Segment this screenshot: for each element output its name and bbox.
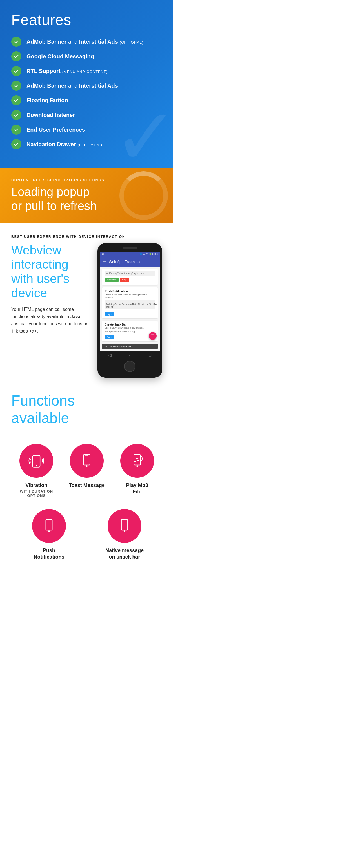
phone-toolbar-title: Web App Essentials	[109, 259, 141, 264]
feature-item-admob: AdMob Banner and Interstitial Ads	[11, 81, 162, 91]
feature-text: Download listener	[27, 111, 75, 119]
check-icon	[11, 139, 22, 149]
webview-text-column: Webviewinteractingwith user'sdevice Your…	[11, 243, 91, 335]
check-icon	[11, 66, 22, 76]
features-section: Features AdMob Banner and Interstitial A…	[0, 0, 174, 168]
phone-card-sound: — WebAppInterface.playSound(); Play star…	[102, 269, 158, 285]
check-icon	[11, 81, 22, 91]
loading-title: Loading popupor pull to refresh	[11, 185, 162, 213]
phone-status-left: ✉	[102, 253, 104, 256]
phone-card-push: Push Notification Create a new notificat…	[102, 287, 158, 318]
function-item-mp3: Play Mp3File	[112, 438, 162, 503]
phone-speaker	[123, 247, 137, 249]
mp3-icon-circle	[120, 444, 154, 478]
function-item-native: Native messageon snack bar	[87, 503, 162, 566]
function-item-vibration: Vibration WITH DURATIONOPTIONS	[11, 438, 62, 503]
mp3-label: Play Mp3File	[126, 482, 148, 495]
svg-point-3	[86, 465, 87, 466]
phone-fab[interactable]: ☰	[149, 332, 157, 340]
toast-icon-circle	[70, 444, 104, 478]
vibration-icon-circle	[20, 444, 53, 478]
nav-recent-icon[interactable]: □	[149, 353, 151, 358]
try-it-button-1[interactable]: Try it	[105, 312, 114, 316]
toast-label: Toast Message	[69, 482, 105, 489]
native-label: Native messageon snack bar	[105, 547, 144, 561]
feature-item-gcm: Google Cloud Messaging	[11, 51, 162, 61]
webview-section: BEST USER EXPERIENCE WITH DEVICE INTERAC…	[0, 223, 174, 389]
function-item-push: PushNotifications	[11, 503, 87, 566]
webview-title: Webviewinteractingwith user'sdevice	[11, 243, 91, 300]
phone-status-bar: ✉ 🔵 ▲ ▼ 🔋 20:33	[100, 252, 160, 257]
phone-snackbar: Your message on Snak Bar	[102, 344, 158, 349]
nav-home-icon[interactable]: ○	[129, 353, 131, 358]
loading-section: CONTENT REFRESHING OPTIONS SETTINGS Load…	[0, 168, 174, 223]
phone-status-right: 🔵 ▲ ▼ 🔋 20:33	[139, 253, 158, 255]
vibration-sublabel: WITH DURATIONOPTIONS	[20, 489, 53, 498]
phone-push-title: Push Notification	[105, 290, 155, 293]
play-start-button[interactable]: Play start	[105, 278, 119, 282]
phone-code-sound: — WebAppInterface.playSound();	[105, 271, 155, 276]
feature-item-admob-optional: AdMob Banner and Interstitial Ads(OPTION…	[11, 37, 162, 47]
function-item-toast: Toast Message	[62, 438, 112, 503]
phone-push-desc: Create a new notification by passing tit…	[105, 293, 155, 299]
feature-text: End User Preferences	[27, 126, 85, 133]
webview-description: Your HTML page can call some functions a…	[11, 306, 91, 335]
phone-screen: ✉ 🔵 ▲ ▼ 🔋 20:33 ☰ Web App Essentials — W…	[100, 252, 160, 359]
phone-snak-desc2: WebAppInterface.snakBar(msg);	[105, 330, 155, 333]
check-icon	[11, 125, 22, 135]
check-icon	[11, 51, 22, 61]
phone-toolbar: ☰ Web App Essentials	[100, 257, 160, 267]
webview-label: BEST USER EXPERIENCE WITH DEVICE INTERAC…	[11, 235, 162, 239]
phone-content: — WebAppInterface.playSound(); Play star…	[100, 267, 160, 351]
phone-mockup: ✉ 🔵 ▲ ▼ 🔋 20:33 ☰ Web App Essentials — W…	[97, 243, 162, 378]
feature-item-rtl: RTL Support(MENU AND CONTENT)	[11, 66, 162, 76]
phone-code-push: — WebAppInterface.newNotification(title,…	[105, 300, 155, 309]
feature-text: AdMob Banner and Interstitial Ads(OPTION…	[27, 38, 144, 45]
phone-btn-row-sound: Play start Stop	[105, 278, 155, 282]
feature-item-navigation-drawer: Navigation Drawer(LEFT MENU)	[11, 139, 162, 149]
svg-point-6	[136, 465, 138, 466]
phone-snak-title: Create Snak Bar	[105, 323, 155, 326]
feature-text: Google Cloud Messaging	[27, 53, 94, 60]
feature-item-end-user-preferences: End User Preferences	[11, 125, 162, 135]
functions-grid: Vibration WITH DURATIONOPTIONS Toast Mes…	[11, 438, 162, 566]
try-it-button-2[interactable]: Try it	[105, 335, 114, 339]
functions-section: Functionsavailable Vibration WITH DURATI…	[0, 389, 174, 578]
feature-item-download-listener: Download listener	[11, 110, 162, 120]
phone-mockup-column: ✉ 🔵 ▲ ▼ 🔋 20:33 ☰ Web App Essentials — W…	[97, 243, 162, 378]
svg-point-11	[124, 531, 125, 532]
check-icon	[11, 95, 22, 105]
loading-subtitle: CONTENT REFRESHING OPTIONS SETTINGS	[11, 178, 162, 182]
feature-text: AdMob Banner and Interstitial Ads	[27, 82, 118, 89]
feature-text: RTL Support(MENU AND CONTENT)	[27, 67, 107, 75]
hamburger-icon: ☰	[102, 259, 106, 265]
functions-title: Functionsavailable	[11, 392, 162, 427]
push-icon-circle	[32, 509, 66, 543]
feature-text: Navigation Drawer(LEFT MENU)	[27, 141, 104, 148]
webview-content: Webviewinteractingwith user'sdevice Your…	[11, 243, 162, 378]
feature-item-floating-button: Floating Button	[11, 95, 162, 105]
phone-nav-bar: ◁ ○ □	[100, 351, 160, 359]
check-icon	[11, 37, 22, 47]
feature-text: Floating Button	[27, 97, 68, 104]
svg-point-8	[49, 531, 50, 532]
nav-back-icon[interactable]: ◁	[108, 353, 112, 358]
push-label: PushNotifications	[33, 547, 64, 561]
features-title: Features	[11, 11, 162, 28]
native-icon-circle	[107, 509, 141, 543]
check-icon	[11, 110, 22, 120]
stop-button[interactable]: Stop	[120, 278, 129, 282]
vibration-label: Vibration	[26, 482, 48, 489]
phone-snak-desc1: Like Toast, you can create a new snak ba…	[105, 327, 155, 329]
phone-home-button	[124, 361, 135, 372]
svg-rect-5	[134, 454, 140, 465]
